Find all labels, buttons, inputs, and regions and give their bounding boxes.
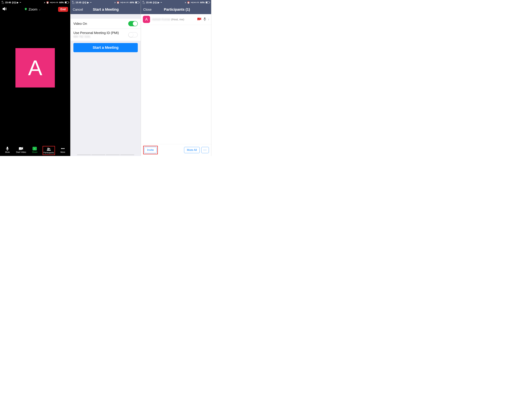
wifi-icon: ((•))	[12, 1, 16, 4]
wifi-icon: ((•))	[83, 1, 86, 4]
svg-rect-0	[7, 147, 8, 149]
signal-icon: ⁴ᴳ┊┊┊	[2, 1, 4, 4]
zoom-meeting-screen: ⁴ᴳ┊┊┊ 15:46 ((•)) ▶ ··· ᚛ ⏰ Vo)) 4G LTE …	[0, 0, 70, 156]
bluetooth-icon: ᚛	[44, 1, 45, 4]
video-off-icon	[197, 17, 202, 21]
svg-point-4	[47, 148, 49, 149]
meeting-title-dropdown[interactable]: Zoom ⌄	[24, 7, 41, 11]
status-time: 15:46	[5, 1, 11, 4]
more-label: More	[60, 151, 65, 153]
start-meeting-header: Cancel Start a Meeting	[70, 5, 141, 14]
video-off-icon	[19, 147, 23, 150]
status-time: 15:46	[146, 1, 152, 4]
bluetooth-icon: ᚛	[185, 1, 186, 4]
meeting-settings: Video On Use Personal Meeting ID (PMI) 6…	[70, 19, 141, 41]
mic-icon	[203, 17, 206, 21]
page-title: Participants (1)	[145, 7, 209, 12]
battery-text: 44%	[59, 1, 64, 4]
status-time: 15:45	[76, 1, 81, 4]
video-on-label: Video On	[73, 22, 87, 26]
share-label: Share	[32, 151, 37, 153]
participant-row[interactable]: A Ashish Kumar (Host, me) ›	[141, 14, 211, 25]
participant-name: Ashish Kumar	[152, 18, 170, 21]
youtube-icon: ▶	[87, 1, 89, 4]
app-title: Zoom	[29, 7, 37, 11]
participants-label: Participants	[43, 151, 54, 154]
shield-icon	[24, 8, 27, 11]
status-bar: ⁴ᴳ┊┊┊ 15:45 ((•)) ▶ ··· ᚛ ⏰ Vo)) 4G LTE …	[70, 0, 141, 5]
svg-rect-9	[204, 17, 205, 19]
status-bar: ⁴ᴳ┊┊┊ 15:46 ((•)) ▶ ··· ᚛ ⏰ Vo)) 4G LTE …	[0, 0, 70, 5]
participants-header: Close Participants (1)	[141, 5, 211, 14]
signal-icon: ⁴ᴳ┊┊┊	[142, 1, 145, 4]
alarm-icon: ⏰	[46, 1, 49, 4]
battery-icon	[135, 1, 139, 3]
page-title: Start a Meeting	[73, 7, 138, 12]
participants-screen: ⁴ᴳ┊┊┊ 15:46 ((•)) ▶ ··· ᚛ ⏰ Vo)) 4G LTE …	[141, 0, 211, 156]
youtube-icon: ▶	[158, 1, 159, 4]
status-bar: ⁴ᴳ┊┊┊ 15:46 ((•)) ▶ ··· ᚛ ⏰ Vo)) 4G LTE …	[141, 0, 211, 5]
nav-indicator	[70, 155, 141, 156]
end-button[interactable]: End	[58, 7, 68, 12]
mute-all-button[interactable]: Mute All	[184, 147, 199, 153]
wifi-icon: ((•))	[153, 1, 157, 4]
alarm-icon: ⏰	[187, 1, 190, 4]
pmi-toggle[interactable]	[128, 32, 138, 37]
bluetooth-icon: ᚛	[115, 1, 116, 4]
signal-icon: ⁴ᴳ┊┊┊	[72, 1, 74, 4]
battery-icon	[206, 1, 209, 3]
more-status-icon: ···	[160, 1, 162, 4]
youtube-icon: ▶	[17, 1, 19, 4]
participant-avatar: A	[143, 16, 150, 23]
lte-icon: Vo)) 4G LTE	[191, 2, 199, 3]
svg-point-5	[49, 148, 50, 149]
battery-text: 44%	[200, 1, 205, 4]
mute-button[interactable]: Mute	[2, 146, 13, 155]
more-status-icon: ···	[90, 1, 91, 4]
start-video-label: Start Video	[16, 151, 26, 153]
share-button[interactable]: ↑ Share	[29, 146, 40, 155]
start-meeting-screen: ⁴ᴳ┊┊┊ 15:45 ((•)) ▶ ··· ᚛ ⏰ Vo)) 4G LTE …	[70, 0, 141, 156]
more-icon: •••	[61, 147, 65, 150]
participant-role: (Host, me)	[171, 18, 184, 21]
invite-highlight: Invite	[143, 146, 158, 154]
meeting-video-area: A	[0, 14, 70, 145]
video-on-row: Video On	[70, 19, 141, 29]
invite-button[interactable]: Invite	[144, 147, 157, 153]
share-icon: ↑	[32, 147, 37, 150]
participant-avatar-large: A	[16, 48, 55, 88]
more-options-button[interactable]: ···	[201, 147, 209, 153]
start-meeting-button[interactable]: Start a Meeting	[73, 43, 138, 52]
participants-icon	[47, 147, 51, 151]
video-on-toggle[interactable]	[128, 21, 138, 26]
meeting-toolbar: Mute Start Video ↑ Share Participants ••…	[0, 145, 70, 156]
start-video-button[interactable]: Start Video	[15, 146, 27, 155]
mute-label: Mute	[5, 151, 10, 153]
meeting-header: Zoom ⌄ End	[0, 5, 70, 14]
more-button[interactable]: ••• More	[57, 146, 69, 155]
more-status-icon: ···	[20, 1, 21, 4]
mic-icon	[6, 147, 9, 150]
participants-button[interactable]: Participants	[42, 146, 55, 155]
pmi-row: Use Personal Meeting ID (PMI) 689 782 31…	[70, 29, 141, 41]
chevron-right-icon: ›	[208, 17, 209, 21]
alarm-icon: ⏰	[117, 1, 119, 4]
chevron-down-icon: ⌄	[39, 8, 41, 11]
pmi-label: Use Personal Meeting ID (PMI)	[73, 31, 119, 35]
speaker-icon[interactable]	[2, 7, 7, 12]
lte-icon: Vo)) 4G LTE	[120, 2, 129, 3]
lte-icon: Vo)) 4G LTE	[50, 2, 58, 3]
pmi-value: 689 782 3181	[73, 35, 119, 38]
battery-text: 44%	[130, 1, 134, 4]
battery-icon	[65, 1, 69, 3]
participants-footer: Invite Mute All ···	[141, 144, 211, 156]
